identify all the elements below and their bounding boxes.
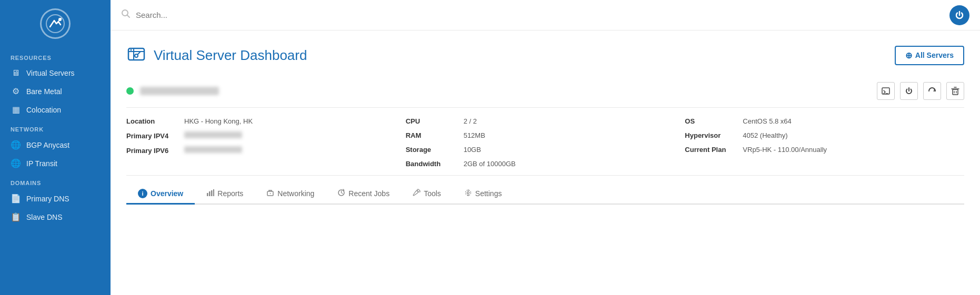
storage-row: Storage 10GB — [406, 146, 685, 154]
storage-label: Storage — [406, 146, 464, 154]
tab-reports-label: Reports — [217, 189, 243, 198]
server-row — [126, 77, 964, 108]
svg-point-0 — [46, 15, 64, 33]
resources-section-label: RESOURCES — [0, 47, 111, 64]
sidebar-item-bare-metal-label: Bare Metal — [26, 87, 62, 96]
page-title: Virtual Server Dashboard — [154, 47, 307, 64]
server-row-left — [126, 87, 219, 95]
sidebar-item-slave-dns-label: Slave DNS — [26, 213, 62, 221]
status-dot — [126, 87, 134, 95]
sidebar-item-bare-metal[interactable]: ⚙ Bare Metal — [0, 82, 111, 100]
primary-dns-icon: 📄 — [11, 194, 21, 204]
tab-recent-jobs-label: Recent Jobs — [348, 189, 389, 198]
primary-ipv4-row: Primary IPV4 — [126, 131, 406, 140]
sidebar-item-colocation-label: Colocation — [26, 106, 61, 114]
power-status-icon — [949, 5, 969, 25]
bare-metal-icon: ⚙ — [11, 86, 21, 96]
reports-icon — [206, 189, 214, 198]
details-grid: Location HKG - Hong Kong, HK Primary IPV… — [126, 108, 964, 176]
sidebar: RESOURCES 🖥 Virtual Servers ⚙ Bare Metal… — [0, 0, 111, 295]
current-plan-value: VRp5-HK - 110.00/Annually — [743, 146, 827, 154]
server-actions — [877, 82, 964, 100]
tab-settings-label: Settings — [475, 189, 502, 198]
colocation-icon: ▦ — [11, 105, 21, 115]
hypervisor-label: Hypervisor — [685, 131, 743, 139]
os-label: OS — [685, 117, 743, 125]
primary-ipv6-label: Primary IPV6 — [126, 147, 184, 155]
tab-overview[interactable]: i Overview — [126, 184, 195, 205]
location-row: Location HKG - Hong Kong, HK — [126, 117, 406, 125]
detail-col-1: Location HKG - Hong Kong, HK Primary IPV… — [126, 117, 406, 168]
slave-dns-icon: 📋 — [11, 212, 21, 222]
all-servers-button[interactable]: ⊕ All Servers — [895, 46, 964, 65]
server-name-blurred — [140, 87, 219, 95]
sidebar-section-network: NETWORK 🌐 BGP Anycast 🌐 IP Transit — [0, 119, 111, 172]
sidebar-item-slave-dns[interactable]: 📋 Slave DNS — [0, 208, 111, 226]
primary-ipv6-value-blurred — [184, 146, 242, 153]
all-servers-plus-icon: ⊕ — [905, 50, 912, 60]
hypervisor-value: 4052 (Healthy) — [743, 131, 787, 139]
sidebar-item-ip-transit-label: IP Transit — [26, 159, 57, 168]
overview-badge-icon: i — [138, 189, 147, 198]
svg-rect-9 — [953, 89, 958, 95]
refresh-button[interactable] — [923, 82, 941, 100]
main-content: Virtual Server Dashboard ⊕ All Servers — [111, 0, 980, 295]
tab-tools[interactable]: Tools — [401, 184, 453, 205]
os-value: CentOS 5.8 x64 — [743, 117, 792, 125]
sidebar-section-domains: DOMAINS 📄 Primary DNS 📋 Slave DNS — [0, 172, 111, 226]
primary-ipv6-row: Primary IPV6 — [126, 146, 406, 155]
location-value: HKG - Hong Kong, HK — [184, 117, 253, 125]
tools-icon — [413, 189, 421, 198]
primary-ipv4-value-blurred — [184, 131, 242, 138]
recent-jobs-icon — [337, 189, 345, 198]
ram-label: RAM — [406, 131, 464, 139]
svg-point-21 — [467, 192, 469, 194]
cpu-label: CPU — [406, 117, 464, 125]
ip-transit-icon: 🌐 — [11, 158, 21, 168]
tab-networking-label: Networking — [277, 189, 314, 198]
dashboard-icon — [126, 43, 146, 67]
bandwidth-row: Bandwidth 2GB of 10000GB — [406, 160, 685, 168]
sidebar-logo — [0, 0, 111, 47]
sidebar-item-colocation[interactable]: ▦ Colocation — [0, 100, 111, 119]
tab-recent-jobs[interactable]: Recent Jobs — [326, 184, 401, 205]
search-input[interactable] — [136, 11, 944, 19]
sidebar-item-bgp-anycast[interactable]: 🌐 BGP Anycast — [0, 136, 111, 154]
tab-settings[interactable]: Settings — [453, 184, 514, 205]
cpu-value: 2 / 2 — [464, 117, 477, 125]
sidebar-item-primary-dns[interactable]: 📄 Primary DNS — [0, 189, 111, 208]
sidebar-item-virtual-servers[interactable]: 🖥 Virtual Servers — [0, 64, 111, 82]
ram-row: RAM 512MB — [406, 131, 685, 139]
networking-icon — [266, 189, 274, 198]
current-plan-row: Current Plan VRp5-HK - 110.00/Annually — [685, 146, 964, 154]
sidebar-item-primary-dns-label: Primary DNS — [26, 195, 69, 203]
logo-icon — [40, 8, 71, 39]
page-title-group: Virtual Server Dashboard — [126, 43, 307, 67]
bandwidth-label: Bandwidth — [406, 160, 464, 168]
console-button[interactable] — [877, 82, 895, 100]
topbar — [111, 0, 980, 30]
virtual-servers-icon: 🖥 — [11, 68, 21, 78]
bgp-anycast-icon: 🌐 — [11, 140, 21, 150]
current-plan-label: Current Plan — [685, 146, 743, 154]
cpu-row: CPU 2 / 2 — [406, 117, 685, 125]
primary-ipv4-label: Primary IPV4 — [126, 132, 184, 140]
sidebar-item-ip-transit[interactable]: 🌐 IP Transit — [0, 154, 111, 172]
tab-reports[interactable]: Reports — [195, 184, 255, 205]
svg-point-6 — [135, 54, 138, 57]
search-icon — [121, 9, 131, 21]
all-servers-label: All Servers — [915, 51, 954, 59]
tab-networking[interactable]: Networking — [255, 184, 326, 205]
power-button[interactable] — [900, 82, 918, 100]
sidebar-item-virtual-servers-label: Virtual Servers — [26, 69, 75, 77]
page-content: Virtual Server Dashboard ⊕ All Servers — [111, 30, 980, 295]
tab-tools-label: Tools — [424, 189, 441, 198]
svg-line-3 — [127, 15, 130, 18]
tab-overview-label: Overview — [151, 189, 183, 198]
svg-rect-15 — [209, 191, 211, 196]
network-section-label: NETWORK — [0, 119, 111, 136]
svg-rect-14 — [207, 193, 208, 196]
hypervisor-row: Hypervisor 4052 (Healthy) — [685, 131, 964, 139]
delete-button[interactable] — [946, 82, 964, 100]
settings-icon — [464, 189, 472, 198]
